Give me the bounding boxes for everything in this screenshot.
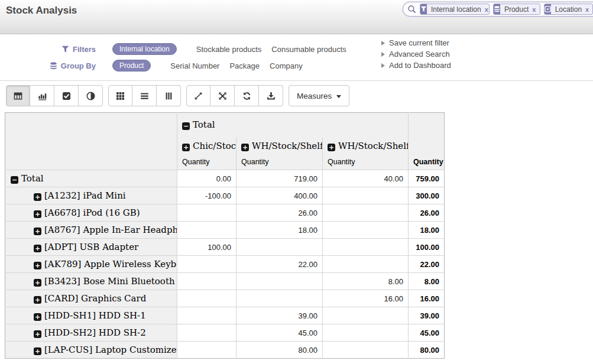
groupby-header[interactable]: Group By <box>0 61 96 70</box>
pivot-row-label[interactable]: +[HDD-SH1] HDD SH-1 <box>5 307 177 324</box>
arrows-alt-icon <box>218 92 227 100</box>
expand-node-icon: + <box>328 144 335 151</box>
collapse-icon: − <box>11 176 18 184</box>
facet-value: Product <box>504 5 529 14</box>
col-group-label: WH/Stock/Shelf 2 <box>338 141 409 151</box>
measure-header[interactable]: Quantity <box>236 155 323 170</box>
pivot-row-label[interactable]: +[HDD-SH2] HDD SH-2 <box>5 324 177 342</box>
caret-down-icon <box>336 95 341 98</box>
pivot-value-cell: 8.00 <box>323 273 409 290</box>
measure-header[interactable]: Quantity <box>323 155 409 170</box>
bar-chart-icon <box>38 92 47 100</box>
search-facet-internal-location[interactable]: Internal location x <box>420 4 490 15</box>
pivot-value-cell <box>177 342 236 359</box>
pivot-row-label[interactable]: −Total <box>5 170 177 187</box>
pivot-value-cell <box>323 204 409 222</box>
search-bar[interactable]: Internal location x Product x Locati <box>403 2 593 17</box>
expand-button[interactable] <box>186 85 210 106</box>
pivot-value-cell: 18.00 <box>236 222 323 239</box>
adjust-contrast-button[interactable] <box>79 85 103 106</box>
table-view-button[interactable] <box>6 85 30 106</box>
pivot-body: −Total0.00719.0040.00759.00+[A1232] iPad… <box>5 170 445 359</box>
pivot-row-total-cell: 39.00 <box>409 307 445 324</box>
table-row: −Total0.00719.0040.00759.00 <box>5 170 445 187</box>
bar-chart-view-button[interactable] <box>30 85 54 106</box>
triangle-right-icon <box>381 41 385 46</box>
pivot-col-header-shelf-1[interactable]: +WH/Stock/Shelf 1 <box>236 137 323 155</box>
list-bars-button[interactable] <box>132 85 157 106</box>
pivot-value-cell <box>177 307 236 324</box>
pivot-row-total-cell: 8.00 <box>409 273 445 290</box>
check-square-button[interactable] <box>54 85 79 106</box>
pivot-row-total-cell: 16.00 <box>409 290 445 307</box>
columns-button[interactable] <box>157 85 181 106</box>
filter-icon <box>61 46 69 53</box>
grand-total-measure-header[interactable]: Quantity <box>409 155 445 170</box>
remove-facet-icon[interactable]: x <box>532 6 536 13</box>
pivot-value-cell: 22.00 <box>236 256 323 273</box>
expand-icon <box>194 92 203 100</box>
table-view-icon <box>14 92 22 100</box>
pivot-value-cell: 719.00 <box>236 170 323 187</box>
add-to-dashboard-button[interactable]: Add to Dashboard <box>381 61 451 70</box>
active-groupby-pill[interactable]: Product <box>112 60 151 72</box>
filters-row: Filters Internal location Stockable prod… <box>0 43 346 55</box>
action-label: Save current filter <box>389 38 449 47</box>
expand-node-icon: + <box>34 193 41 201</box>
pivot-table: −Total +Chic/Stock +WH/Stock/Shelf 1 +WH… <box>5 112 445 359</box>
advanced-search-button[interactable]: Advanced Search <box>381 50 451 58</box>
refresh-button[interactable] <box>235 85 259 106</box>
pivot-col-header-chic-stock[interactable]: +Chic/Stock <box>177 137 236 155</box>
view-switch-group <box>6 85 103 106</box>
pivot-header-root-row: −Total <box>5 113 445 137</box>
groupby-option-package[interactable]: Package <box>229 61 260 70</box>
remove-facet-icon[interactable]: x <box>585 6 589 13</box>
measure-header[interactable]: Quantity <box>177 155 236 170</box>
facet-value: Internal location <box>431 5 481 14</box>
expand-node-icon: + <box>34 347 41 355</box>
filters-header[interactable]: Filters <box>0 45 96 54</box>
pivot-row-label[interactable]: +[ADPT] USB Adapter <box>5 239 177 256</box>
pivot-value-cell <box>323 324 409 342</box>
pivot-value-cell: 80.00 <box>236 342 323 359</box>
remove-facet-icon[interactable]: x <box>485 6 488 13</box>
pivot-row-total-cell: 18.00 <box>409 222 445 239</box>
pivot-col-total-header[interactable]: −Total <box>177 113 409 137</box>
search-options-panel: Filters Internal location Stockable prod… <box>0 34 593 81</box>
pivot-row-label[interactable]: +[A6678] iPod (16 GB) <box>5 204 177 222</box>
search-facet-product[interactable]: Product x <box>493 4 540 15</box>
pivot-row-label[interactable]: +[A1232] iPad Mini <box>5 187 177 204</box>
groupby-option-serial-number[interactable]: Serial Number <box>170 61 219 70</box>
filter-option-consumable-products[interactable]: Consumable products <box>271 45 346 54</box>
pivot-row-label[interactable]: +[B3423] Bose Mini Bluetooth Speaker <box>5 273 177 290</box>
pivot-row-label[interactable]: +[LAP-CUS] Laptop Customized <box>5 342 177 359</box>
table-row: +[ADPT] USB Adapter100.00100.00 <box>5 239 445 256</box>
pivot-col-header-shelf-2[interactable]: +WH/Stock/Shelf 2 <box>323 137 409 155</box>
download-button[interactable] <box>259 85 283 106</box>
filter-option-stockable-products[interactable]: Stockable products <box>196 45 262 54</box>
pivot-value-cell <box>236 239 323 256</box>
filters-label: Filters <box>73 45 96 54</box>
pivot-value-cell <box>323 342 409 359</box>
pivot-value-cell <box>177 204 236 222</box>
action-label: Add to Dashboard <box>389 61 451 70</box>
arrows-alt-button[interactable] <box>210 85 235 106</box>
pivot-value-cell <box>323 307 409 324</box>
pivot-row-label[interactable]: +[A8767] Apple In-Ear Headphones <box>5 222 177 239</box>
pivot-value-cell <box>177 290 236 307</box>
save-current-filter-button[interactable]: Save current filter <box>381 38 451 47</box>
groupby-option-company[interactable]: Company <box>270 61 303 70</box>
filter-icon <box>420 4 427 14</box>
table-row: +[CARD] Graphics Card16.0016.00 <box>5 290 445 307</box>
group-by-icon <box>494 4 500 14</box>
search-facet-location[interactable]: Location x <box>544 4 593 15</box>
grid-button[interactable] <box>108 85 132 106</box>
active-filter-pill[interactable]: Internal location <box>112 43 177 55</box>
measures-button[interactable]: Measures <box>289 85 349 106</box>
pivot-row-label[interactable]: +[CARD] Graphics Card <box>5 290 177 307</box>
pivot-row-label[interactable]: +[AK789] Apple Wireless Keyboard <box>5 256 177 273</box>
search-actions: Save current filter Advanced Search Add … <box>381 38 451 70</box>
table-row: +[AK789] Apple Wireless Keyboard22.0022.… <box>5 256 445 273</box>
expand-node-icon: + <box>34 330 41 338</box>
caret-square-down-icon <box>545 4 551 14</box>
